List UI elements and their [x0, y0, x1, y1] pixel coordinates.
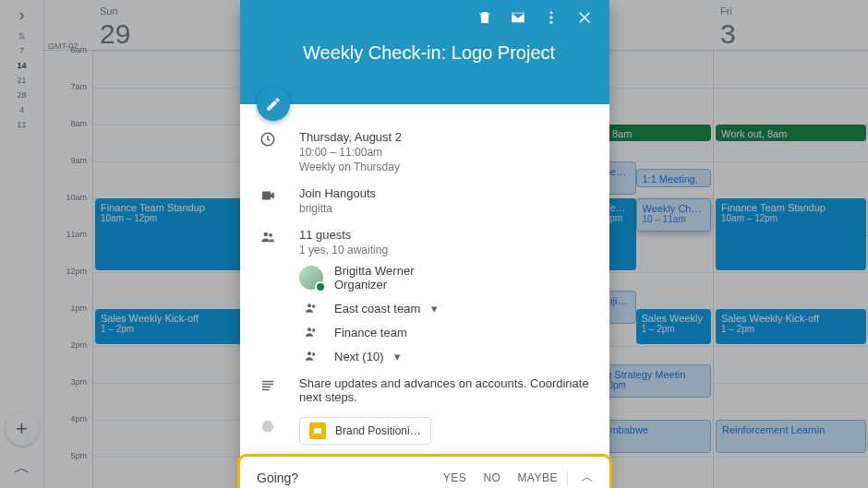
- slides-icon: [309, 423, 326, 439]
- rsvp-yes-button[interactable]: YES: [443, 471, 467, 484]
- attachment-name: Brand Positioni…: [335, 424, 421, 437]
- event-date: Thursday, August 2: [299, 130, 595, 144]
- video-icon: [255, 186, 281, 204]
- chevron-down-icon: ▾: [394, 350, 401, 363]
- svg-point-4: [264, 232, 269, 237]
- edit-button[interactable]: [257, 88, 290, 121]
- organizer-role: Organizer: [334, 278, 414, 292]
- event-title: Weekly Check-in: Logo Project: [253, 33, 597, 64]
- guest-group[interactable]: Next (10) ▾: [299, 349, 595, 363]
- guest-group[interactable]: Finance team: [299, 325, 595, 339]
- guest-status: 1 yes, 10 awaiting: [299, 244, 595, 256]
- group-label: Next (10): [334, 350, 383, 363]
- svg-point-8: [307, 327, 311, 331]
- svg-point-7: [312, 304, 315, 307]
- event-description: Share updates and advances on accounts. …: [299, 376, 595, 404]
- organizer-row[interactable]: Brigitta Werner Organizer: [299, 264, 595, 292]
- event-detail-panel: Weekly Check-in: Logo Project Thursday, …: [240, 0, 609, 488]
- guest-group[interactable]: East coast team ▾: [299, 301, 595, 315]
- group-label: Finance team: [334, 326, 407, 339]
- status-badge-accepted: [315, 281, 326, 292]
- join-hangouts-link[interactable]: Join Hangouts: [299, 186, 595, 200]
- svg-point-11: [312, 352, 315, 355]
- event-time: 10:00 – 11:00am: [299, 146, 595, 159]
- drive-icon: [255, 417, 281, 434]
- group-icon: [299, 301, 323, 315]
- svg-point-2: [550, 21, 553, 24]
- svg-point-1: [550, 17, 553, 19]
- svg-point-6: [307, 304, 311, 307]
- more-icon[interactable]: [543, 9, 560, 26]
- event-recurrence: Weekly on Thursday: [299, 161, 595, 173]
- rsvp-question: Going?: [257, 470, 443, 485]
- attachment[interactable]: Brand Positioni…: [299, 417, 431, 445]
- avatar: [299, 266, 323, 290]
- svg-point-5: [269, 233, 272, 237]
- organizer-name: Brigitta Werner: [334, 264, 414, 278]
- svg-point-9: [312, 328, 315, 331]
- guest-count[interactable]: 11 guests: [299, 228, 595, 242]
- chevron-down-icon: ▾: [431, 302, 438, 315]
- rsvp-maybe-button[interactable]: MAYBE: [517, 471, 558, 484]
- clock-icon: [255, 130, 281, 148]
- svg-point-0: [550, 11, 553, 14]
- svg-point-10: [307, 351, 311, 355]
- close-icon[interactable]: [576, 9, 593, 26]
- group-icon: [299, 325, 323, 339]
- group-icon: [299, 349, 323, 363]
- people-icon: [255, 228, 281, 245]
- rsvp-no-button[interactable]: NO: [483, 471, 500, 484]
- group-label: East coast team: [334, 302, 420, 315]
- mail-icon[interactable]: [510, 9, 526, 26]
- description-icon: [255, 376, 281, 394]
- trash-icon[interactable]: [476, 9, 493, 26]
- hangout-owner: brigitta: [299, 202, 595, 215]
- chevron-up-icon[interactable]: ︿: [567, 470, 593, 486]
- rsvp-section: Going? YES NO MAYBE ︿ Propose a new time…: [237, 454, 612, 488]
